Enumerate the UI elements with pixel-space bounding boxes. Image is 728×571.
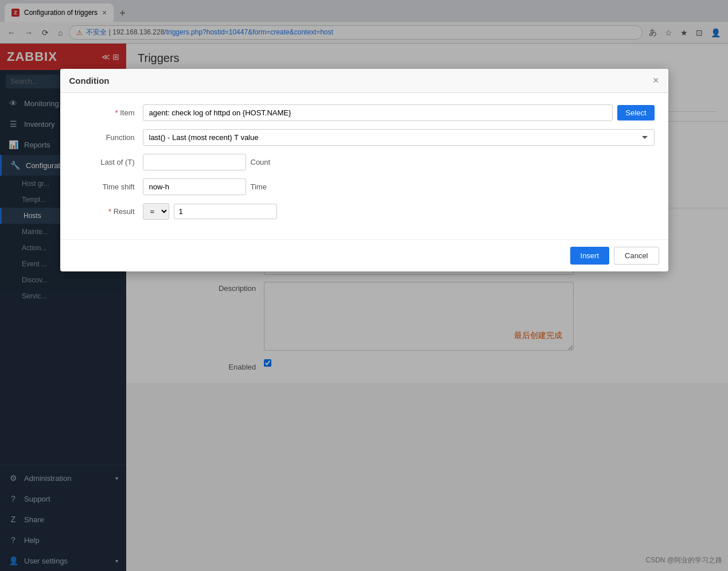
modal-time-shift-row: Time shift Time [74, 178, 655, 195]
modal-time-label: Time [246, 182, 267, 191]
modal-item-input[interactable] [143, 104, 613, 121]
modal-function-row: Function last() - Last (most recent) T v… [74, 129, 655, 146]
condition-modal: Condition × Item Select Function last() … [60, 69, 668, 271]
modal-result-controls: = [143, 203, 277, 220]
modal-close-button[interactable]: × [653, 75, 659, 87]
modal-last-of-label: Last of (T) [74, 158, 143, 166]
modal-result-operator-select[interactable]: = [143, 203, 169, 220]
insert-button[interactable]: Insert [570, 247, 610, 265]
modal-time-shift-label: Time shift [74, 182, 143, 191]
modal-time-shift-input[interactable] [143, 178, 246, 195]
modal-header: Condition × [60, 69, 668, 93]
select-button[interactable]: Select [617, 105, 654, 121]
modal-count-label: Count [246, 158, 271, 166]
modal-result-label: Result [74, 207, 143, 216]
modal-result-row: Result = [74, 203, 655, 220]
modal-item-row: Item Select [74, 104, 655, 121]
modal-last-of-input[interactable] [143, 154, 246, 170]
modal-overlay: Condition × Item Select Function last() … [0, 0, 728, 571]
cancel-button[interactable]: Cancel [614, 247, 659, 265]
modal-result-value-input[interactable] [174, 204, 277, 219]
modal-body: Item Select Function last() - Last (most… [60, 93, 668, 239]
modal-last-of-row: Last of (T) Count [74, 154, 655, 170]
modal-function-label: Function [74, 133, 143, 142]
modal-footer: Insert Cancel [60, 239, 668, 271]
modal-item-label: Item [74, 108, 143, 117]
modal-function-select[interactable]: last() - Last (most recent) T value [143, 129, 655, 146]
modal-title: Condition [69, 76, 110, 86]
